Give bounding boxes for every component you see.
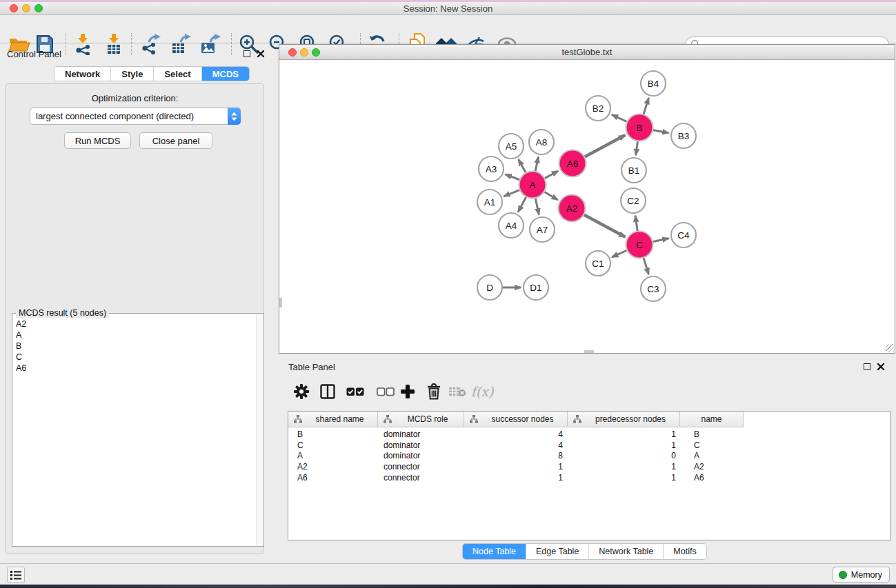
add-plus-icon[interactable] [397,381,418,402]
graph-edge-A6-B[interactable] [584,135,625,157]
toolbar-separator [231,33,232,55]
column-header[interactable]: MCDS role [378,412,464,427]
graph-edge-A-A3[interactable] [506,174,520,180]
graph-node-C2[interactable]: C2 [621,188,646,213]
graph-edge-A-A5[interactable] [519,159,526,173]
trash-icon[interactable] [424,381,444,402]
graph-node-A7[interactable]: A7 [530,217,555,242]
graph-node-C[interactable]: C [626,232,653,258]
graph-node-A5[interactable]: A5 [499,134,524,159]
network-window-title-bar[interactable]: testGlobe.txt [279,45,895,60]
table-row[interactable]: A6connector11A6 [288,472,744,483]
graph-node-A4[interactable]: A4 [499,213,524,238]
table-cell: 1 [288,461,676,472]
graph-node-A3[interactable]: A3 [479,156,504,181]
graph-edge-C-C4[interactable] [653,239,668,242]
memory-button[interactable]: Memory [833,567,890,582]
import-table-icon[interactable] [102,32,126,56]
tab-edge-table[interactable]: Edge Table [526,544,588,559]
node-label: C [636,240,643,250]
resize-grip-icon[interactable] [886,344,894,352]
table-row[interactable]: Bdominator41B [288,429,744,440]
table-cell: A2 [694,461,704,472]
status-bar: Memory [0,563,896,585]
tab-network[interactable]: Network [54,67,110,81]
tab-style[interactable]: Style [110,67,153,81]
graph-node-B1[interactable]: B1 [621,158,646,183]
close-panel-button[interactable]: Close panel [139,132,212,149]
mcds-result-item[interactable]: A2 [12,318,255,330]
control-panel-tabs: Network Style Select MCDS [54,66,250,81]
graph-edge-A-A2[interactable] [544,192,558,200]
graph-edge-C-C1[interactable] [612,250,627,257]
tab-motifs[interactable]: Motifs [663,544,706,559]
column-header-label: shared name [302,414,377,424]
memory-label: Memory [851,570,882,580]
table-row[interactable]: A2connector11A2 [288,461,744,472]
graph-node-A1[interactable]: A1 [477,190,502,214]
graph-edge-A-A8[interactable] [535,157,538,172]
table-panel-float-icon[interactable] [864,363,870,370]
table-row[interactable]: Cdominator41C [288,440,744,451]
graph-edge-A-A7[interactable] [535,198,539,214]
graph-edge-B-B4[interactable] [644,98,649,114]
column-header[interactable]: shared name [288,412,378,427]
table-row[interactable]: Adominator80A [288,450,744,461]
export-table-icon[interactable] [169,32,192,56]
tab-mcds[interactable]: MCDS [201,67,249,81]
mcds-result-item[interactable]: B [12,341,255,352]
graph-node-C4[interactable]: C4 [671,223,696,247]
graph-edge-B-B1[interactable] [636,141,638,155]
graph-node-B3[interactable]: B3 [671,123,696,148]
node-label: A4 [506,221,517,231]
gear-icon[interactable] [291,381,312,402]
table-panel-close-icon[interactable] [877,363,885,371]
mcds-result-item[interactable]: A [12,330,255,341]
graph-node-D[interactable]: D [477,275,502,300]
network-canvas[interactable]: AA1A2A3A4A5A6A7A8BB1B2B3B4CC1C2C3C4DD1 [279,60,895,353]
graph-node-B2[interactable]: B2 [586,96,610,121]
graph-edge-C-C2[interactable] [635,216,637,232]
column-header[interactable]: name [680,412,744,427]
graph-node-A6[interactable]: A6 [559,150,586,177]
graph-node-A2[interactable]: A2 [559,195,586,222]
run-mcds-button[interactable]: Run MCDS [64,132,131,149]
export-network-icon[interactable] [139,32,162,56]
import-network-icon[interactable] [71,32,94,56]
control-panel-float-icon[interactable] [243,50,250,57]
graph-node-A8[interactable]: A8 [529,130,554,154]
table-header-row: shared nameMCDS rolesuccessor nodesprede… [288,412,744,427]
graph-node-C3[interactable]: C3 [641,276,666,301]
tab-network-table[interactable]: Network Table [588,544,663,559]
graph-edge-A2-C[interactable] [584,214,625,237]
column-header[interactable]: successor nodes [464,412,568,427]
optimization-criterion-select[interactable]: largest connected component (directed) [30,108,241,125]
graph-edge-A-A4[interactable] [518,196,526,212]
export-image-icon[interactable] [199,32,222,56]
graph-node-D1[interactable]: D1 [524,275,548,300]
graph-node-B4[interactable]: B4 [641,71,666,96]
graph-edge-C-C3[interactable] [644,258,649,274]
graph-edge-A-A6[interactable] [544,171,558,179]
control-panel-close-icon[interactable] [257,50,265,58]
vertical-scroll-stub[interactable] [279,298,282,307]
graph-node-A[interactable]: A [519,172,546,199]
node-label: A7 [537,225,548,235]
uncheck-all-icon[interactable] [375,381,396,402]
column-header[interactable]: predecessor nodes [568,412,680,427]
mcds-result-item[interactable]: C [12,352,255,363]
split-columns-icon[interactable] [317,381,338,402]
mcds-result-item[interactable]: A6 [12,363,255,374]
graph-edge-B-B3[interactable] [653,130,668,133]
graph-node-C1[interactable]: C1 [586,251,610,276]
tab-node-table[interactable]: Node Table [463,544,526,559]
check-all-icon[interactable] [345,381,366,402]
horizontal-scroll-stub[interactable] [584,350,594,353]
table-cell: 1 [288,440,676,451]
graph-node-B[interactable]: B [626,114,653,141]
graph-edge-B-B2[interactable] [612,114,627,121]
graph-edge-A-A1[interactable] [504,190,520,196]
tab-select[interactable]: Select [153,67,201,81]
task-history-button[interactable] [7,567,25,583]
mcds-result-scrollbar[interactable] [256,314,263,545]
